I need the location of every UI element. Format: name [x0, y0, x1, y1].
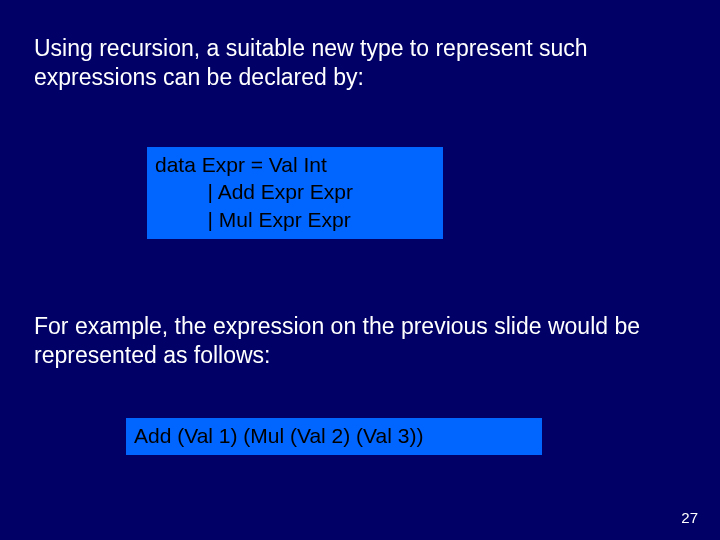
code-line: Add (Val 1) (Mul (Val 2) (Val 3)): [134, 424, 423, 447]
code-line: | Add Expr Expr: [155, 180, 353, 203]
code-line: data Expr = Val Int: [155, 153, 327, 176]
code-block-expr-definition: data Expr = Val Int | Add Expr Expr | Mu…: [147, 147, 443, 239]
intro-paragraph: Using recursion, a suitable new type to …: [34, 34, 674, 92]
page-number: 27: [681, 509, 698, 526]
code-block-expr-example: Add (Val 1) (Mul (Val 2) (Val 3)): [126, 418, 542, 455]
code-line: | Mul Expr Expr: [155, 208, 351, 231]
example-paragraph: For example, the expression on the previ…: [34, 312, 674, 370]
slide: Using recursion, a suitable new type to …: [0, 0, 720, 540]
